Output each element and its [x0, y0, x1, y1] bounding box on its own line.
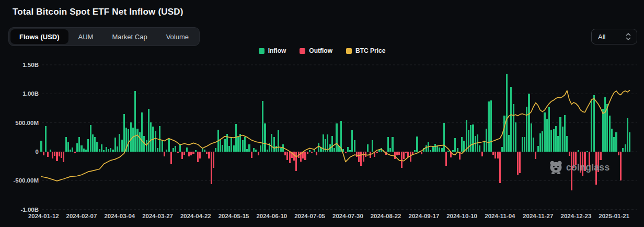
- svg-text:2025-01-21: 2025-01-21: [599, 213, 629, 219]
- svg-text:2024-06-10: 2024-06-10: [256, 213, 287, 219]
- svg-text:2024-11-04: 2024-11-04: [485, 213, 515, 219]
- svg-text:2024-01-12: 2024-01-12: [28, 213, 59, 219]
- svg-text:500.00M: 500.00M: [15, 120, 39, 126]
- svg-text:2024-03-04: 2024-03-04: [104, 213, 135, 219]
- etf-net-inflow-chart[interactable]: 1.50B1.00B500.00M0-500.00M-1.00B2024-01-…: [0, 0, 644, 227]
- svg-text:2024-07-30: 2024-07-30: [332, 213, 363, 219]
- svg-text:2024-04-22: 2024-04-22: [180, 213, 211, 219]
- svg-text:2024-12-23: 2024-12-23: [560, 213, 591, 219]
- svg-text:2024-07-05: 2024-07-05: [294, 213, 325, 219]
- svg-text:2024-05-15: 2024-05-15: [218, 213, 249, 219]
- svg-text:0: 0: [36, 149, 39, 155]
- svg-text:2024-09-17: 2024-09-17: [408, 213, 439, 219]
- svg-text:2024-10-10: 2024-10-10: [446, 213, 477, 219]
- svg-text:-500.00M: -500.00M: [13, 177, 39, 184]
- svg-text:-1.00B: -1.00B: [20, 207, 39, 213]
- svg-text:2024-03-27: 2024-03-27: [142, 213, 173, 219]
- svg-text:1.00B: 1.00B: [22, 90, 39, 97]
- svg-text:2024-11-27: 2024-11-27: [523, 213, 553, 219]
- svg-text:1.50B: 1.50B: [22, 62, 39, 68]
- svg-text:2024-08-22: 2024-08-22: [371, 213, 401, 219]
- svg-text:2024-02-07: 2024-02-07: [66, 213, 97, 219]
